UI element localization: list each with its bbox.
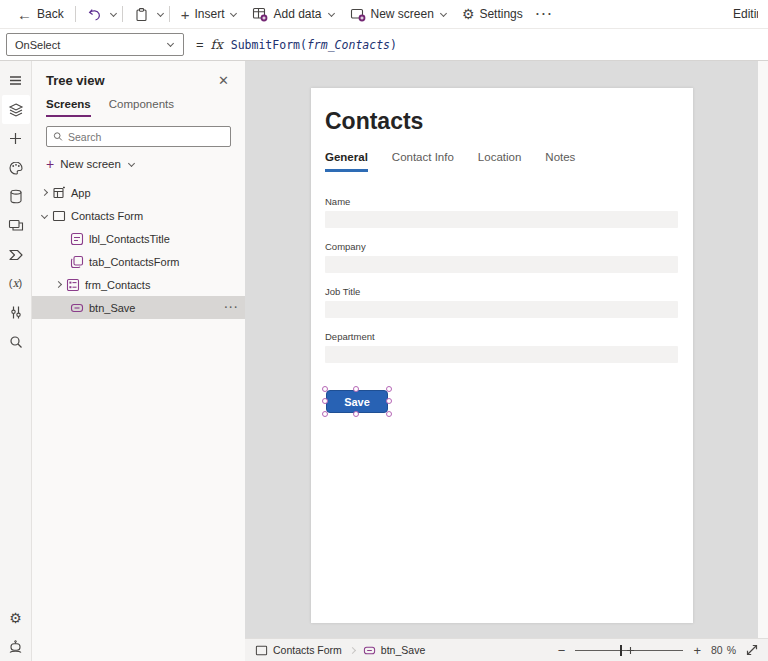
selection-handle[interactable] xyxy=(386,411,392,417)
insert-button[interactable]: + Insert xyxy=(174,1,246,27)
chevron-right-icon[interactable] xyxy=(55,281,62,288)
more-commands-icon[interactable]: ··· xyxy=(530,7,560,21)
selection-handle[interactable] xyxy=(353,386,359,392)
new-screen-icon xyxy=(350,6,366,22)
status-bar: Contacts Form btn_Save − + 80 % xyxy=(245,638,768,661)
data-icon[interactable] xyxy=(2,182,30,211)
advanced-tools-icon[interactable] xyxy=(2,298,30,327)
paste-button[interactable] xyxy=(127,1,156,27)
new-screen-button[interactable]: New screen xyxy=(343,1,455,27)
add-data-button[interactable]: Add data xyxy=(245,1,342,27)
zoom-slider-handle[interactable] xyxy=(620,645,623,656)
selection-handle[interactable] xyxy=(322,398,328,404)
selection-handle[interactable] xyxy=(322,386,328,392)
button-icon xyxy=(70,301,84,315)
zoom-percentage: 80 xyxy=(711,644,723,656)
selection-handle[interactable] xyxy=(322,411,328,417)
formula-argument: frm_Contacts xyxy=(307,38,390,52)
gallery-icon xyxy=(70,255,84,269)
breadcrumb-screen-label: Contacts Form xyxy=(273,644,342,656)
tree-item-label: frm_Contacts xyxy=(85,279,239,291)
new-screen-tree-button[interactable]: + New screen xyxy=(32,147,245,179)
screen-tab-notes[interactable]: Notes xyxy=(545,151,575,172)
more-options-icon[interactable]: ··· xyxy=(225,302,240,313)
tree-item-tab-contactsform[interactable]: tab_ContactsForm xyxy=(32,250,245,273)
company-input[interactable] xyxy=(325,256,678,273)
formula-input[interactable]: SubmitForm(frm_Contacts) xyxy=(231,38,397,52)
screen-tab-location[interactable]: Location xyxy=(478,151,521,172)
copilot-icon[interactable] xyxy=(2,632,30,661)
insert-rail-icon[interactable] xyxy=(2,124,30,153)
paste-dropdown-chevron-icon[interactable] xyxy=(157,9,164,16)
back-button[interactable]: ← Back xyxy=(10,1,71,27)
tree-item-lbl-contactstitle[interactable]: lbl_ContactsTitle xyxy=(32,227,245,250)
selection-handle[interactable] xyxy=(353,411,359,417)
app-screen[interactable]: Contacts General Contact Info Location N… xyxy=(311,88,693,623)
power-automate-icon[interactable] xyxy=(2,240,30,269)
form-icon xyxy=(66,278,80,292)
palette-icon[interactable] xyxy=(2,153,30,182)
close-icon[interactable]: ✕ xyxy=(214,71,233,90)
selection-handle[interactable] xyxy=(386,398,392,404)
new-screen-tree-label: New screen xyxy=(60,158,121,170)
zoom-out-icon[interactable]: − xyxy=(558,643,566,658)
tree-item-app[interactable]: App xyxy=(32,181,245,204)
top-toolbar: ← Back + Insert Add data xyxy=(0,0,768,29)
search-box[interactable] xyxy=(46,126,231,147)
chevron-right-icon[interactable] xyxy=(41,189,48,196)
formula-close-paren: ) xyxy=(390,38,397,52)
field-label: Department xyxy=(325,331,679,342)
property-name: OnSelect xyxy=(15,39,60,51)
settings-button[interactable]: ⚙ Settings xyxy=(455,1,530,27)
tree-item-label: App xyxy=(71,187,239,199)
canvas-scrollbar[interactable] xyxy=(758,61,768,638)
tree-item-label: lbl_ContactsTitle xyxy=(89,233,239,245)
tree-item-btn-save[interactable]: btn_Save ··· xyxy=(32,296,245,319)
breadcrumb-screen[interactable]: Contacts Form xyxy=(255,644,342,657)
left-rail: (x) ⚙ xyxy=(0,61,32,661)
toolbar-divider xyxy=(75,6,76,22)
department-input[interactable] xyxy=(325,346,678,363)
settings-label: Settings xyxy=(479,7,522,21)
job-title-input[interactable] xyxy=(325,301,678,318)
zoom-in-icon[interactable]: + xyxy=(693,643,701,658)
fit-marker-icon xyxy=(627,647,634,654)
search-rail-icon[interactable] xyxy=(2,327,30,356)
zoom-slider[interactable] xyxy=(575,645,683,656)
search-input[interactable] xyxy=(68,131,224,143)
screen-title[interactable]: Contacts xyxy=(325,108,693,135)
hamburger-menu-icon[interactable] xyxy=(2,66,30,95)
name-input[interactable] xyxy=(325,211,678,228)
gear-icon: ⚙ xyxy=(9,610,22,626)
screen-tab-contact-info[interactable]: Contact Info xyxy=(392,151,454,172)
editing-label: Editing xyxy=(733,7,758,21)
design-canvas[interactable]: Contacts General Contact Info Location N… xyxy=(245,61,768,638)
screen-icon xyxy=(255,644,268,657)
field-label: Job Title xyxy=(325,286,679,297)
tree-item-label: Contacts Form xyxy=(71,210,239,222)
undo-button[interactable] xyxy=(80,1,109,27)
screen-tab-general[interactable]: General xyxy=(325,151,368,172)
tree-view-rail-icon[interactable] xyxy=(2,95,30,124)
chevron-down-icon[interactable] xyxy=(41,212,48,219)
label-icon xyxy=(70,232,84,246)
save-button-selection: Save xyxy=(326,390,388,413)
variables-icon[interactable]: (x) xyxy=(2,269,30,298)
insert-label: Insert xyxy=(194,7,224,21)
media-icon[interactable] xyxy=(2,211,30,240)
property-selector[interactable]: OnSelect xyxy=(6,33,184,56)
fit-to-window-icon[interactable] xyxy=(746,644,758,656)
breadcrumb-control[interactable]: btn_Save xyxy=(363,644,425,657)
tab-components[interactable]: Components xyxy=(109,98,174,117)
gear-icon: ⚙ xyxy=(462,6,475,22)
tree-item-frm-contacts[interactable]: frm_Contacts xyxy=(32,273,245,296)
settings-rail-icon[interactable]: ⚙ xyxy=(2,603,30,632)
toolbar-divider xyxy=(122,6,123,22)
selection-handle[interactable] xyxy=(386,386,392,392)
undo-dropdown-chevron-icon[interactable] xyxy=(110,9,117,16)
tab-screens[interactable]: Screens xyxy=(46,98,91,117)
add-data-chevron-icon xyxy=(327,9,334,16)
tree-item-contacts-form[interactable]: Contacts Form xyxy=(32,204,245,227)
editing-indicator[interactable]: Editing xyxy=(728,7,758,21)
save-button[interactable]: Save xyxy=(326,390,388,413)
